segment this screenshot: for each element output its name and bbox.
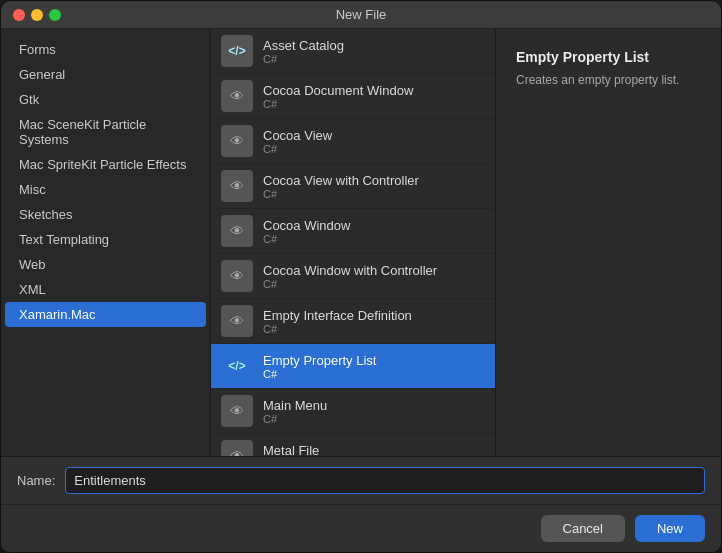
file-name: Cocoa Window with Controller — [263, 263, 485, 278]
file-item-3[interactable]: 👁Cocoa View with ControllerC# — [211, 164, 495, 209]
file-sub: C# — [263, 368, 485, 380]
file-item-0[interactable]: </>Asset CatalogC# — [211, 29, 495, 74]
sidebar-item-xml[interactable]: XML — [5, 277, 206, 302]
new-file-dialog: New File FormsGeneralGtkMac SceneKit Par… — [0, 0, 722, 553]
file-sub: C# — [263, 233, 485, 245]
file-info: Empty Property ListC# — [263, 353, 485, 380]
sidebar-item-gtk[interactable]: Gtk — [5, 87, 206, 112]
file-item-2[interactable]: 👁Cocoa ViewC# — [211, 119, 495, 164]
sidebar-item-text-templating[interactable]: Text Templating — [5, 227, 206, 252]
file-icon: 👁 — [221, 80, 253, 112]
sidebar-item-sketches[interactable]: Sketches — [5, 202, 206, 227]
maximize-button[interactable] — [49, 9, 61, 21]
file-icon: 👁 — [221, 170, 253, 202]
file-icon: 👁 — [221, 215, 253, 247]
file-sub: C# — [263, 278, 485, 290]
file-info: Cocoa Window with ControllerC# — [263, 263, 485, 290]
name-bar: Name: — [1, 456, 721, 504]
detail-panel: Empty Property List Creates an empty pro… — [496, 29, 721, 456]
sidebar-item-forms[interactable]: Forms — [5, 37, 206, 62]
file-info: Empty Interface DefinitionC# — [263, 308, 485, 335]
sidebar-item-misc[interactable]: Misc — [5, 177, 206, 202]
traffic-lights — [13, 9, 61, 21]
file-info: Metal FileC# — [263, 443, 485, 457]
new-button[interactable]: New — [635, 515, 705, 542]
close-button[interactable] — [13, 9, 25, 21]
cancel-button[interactable]: Cancel — [541, 515, 625, 542]
file-item-1[interactable]: 👁Cocoa Document WindowC# — [211, 74, 495, 119]
file-info: Asset CatalogC# — [263, 38, 485, 65]
file-icon: 👁 — [221, 305, 253, 337]
file-info: Cocoa ViewC# — [263, 128, 485, 155]
file-icon: </> — [221, 350, 253, 382]
sidebar-item-mac-scenekit-particle-systems[interactable]: Mac SceneKit Particle Systems — [5, 112, 206, 152]
file-name: Cocoa Document Window — [263, 83, 485, 98]
window-title: New File — [336, 7, 387, 22]
file-sub: C# — [263, 413, 485, 425]
file-name: Metal File — [263, 443, 485, 457]
file-icon: 👁 — [221, 125, 253, 157]
file-sub: C# — [263, 53, 485, 65]
sidebar-item-mac-spritekit-particle-effects[interactable]: Mac SpriteKit Particle Effects — [5, 152, 206, 177]
file-info: Cocoa View with ControllerC# — [263, 173, 485, 200]
file-list: </>Asset CatalogC#👁Cocoa Document Window… — [211, 29, 496, 456]
main-content: FormsGeneralGtkMac SceneKit Particle Sys… — [1, 29, 721, 456]
name-label: Name: — [17, 473, 55, 488]
button-row: Cancel New — [1, 504, 721, 552]
file-icon: 👁 — [221, 440, 253, 456]
sidebar-item-web[interactable]: Web — [5, 252, 206, 277]
file-name: Cocoa View with Controller — [263, 173, 485, 188]
file-icon: </> — [221, 35, 253, 67]
file-icon: 👁 — [221, 395, 253, 427]
sidebar: FormsGeneralGtkMac SceneKit Particle Sys… — [1, 29, 211, 456]
file-sub: C# — [263, 188, 485, 200]
file-item-9[interactable]: 👁Metal FileC# — [211, 434, 495, 456]
file-name: Asset Catalog — [263, 38, 485, 53]
detail-description: Creates an empty property list. — [516, 71, 701, 89]
file-item-6[interactable]: 👁Empty Interface DefinitionC# — [211, 299, 495, 344]
file-sub: C# — [263, 143, 485, 155]
file-item-8[interactable]: 👁Main MenuC# — [211, 389, 495, 434]
file-icon: 👁 — [221, 260, 253, 292]
file-name: Empty Property List — [263, 353, 485, 368]
file-name: Cocoa View — [263, 128, 485, 143]
name-input[interactable] — [65, 467, 705, 494]
titlebar: New File — [1, 1, 721, 29]
file-item-7[interactable]: </>Empty Property ListC# — [211, 344, 495, 389]
file-info: Cocoa WindowC# — [263, 218, 485, 245]
file-name: Empty Interface Definition — [263, 308, 485, 323]
file-info: Main MenuC# — [263, 398, 485, 425]
detail-title: Empty Property List — [516, 49, 701, 65]
sidebar-item-xamarin.mac[interactable]: Xamarin.Mac — [5, 302, 206, 327]
file-sub: C# — [263, 98, 485, 110]
minimize-button[interactable] — [31, 9, 43, 21]
file-sub: C# — [263, 323, 485, 335]
file-info: Cocoa Document WindowC# — [263, 83, 485, 110]
file-item-5[interactable]: 👁Cocoa Window with ControllerC# — [211, 254, 495, 299]
file-item-4[interactable]: 👁Cocoa WindowC# — [211, 209, 495, 254]
file-name: Main Menu — [263, 398, 485, 413]
sidebar-item-general[interactable]: General — [5, 62, 206, 87]
file-name: Cocoa Window — [263, 218, 485, 233]
